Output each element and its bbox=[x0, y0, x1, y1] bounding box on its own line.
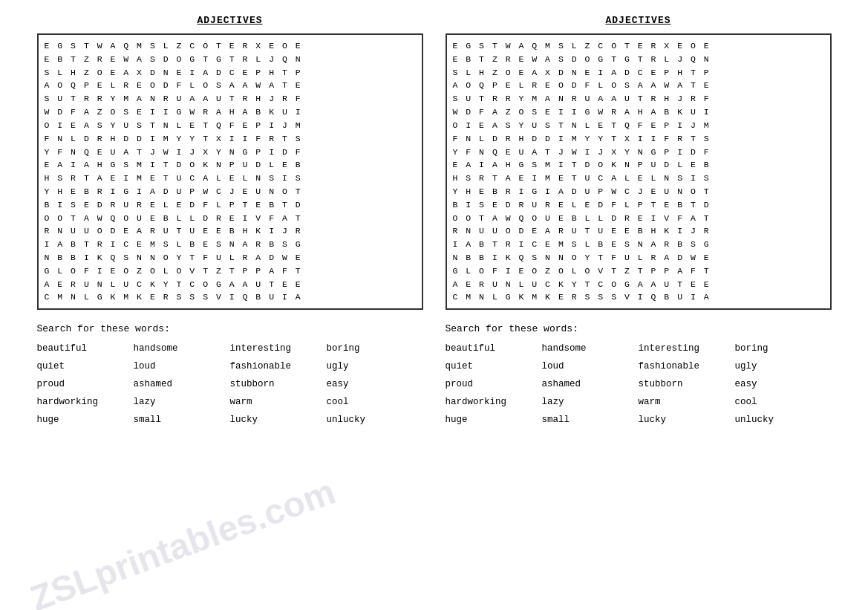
grid-row-1-8: Y F N Q E U A T J W I J X Y N G P I D F bbox=[453, 146, 824, 159]
grid-row-0-3: A O Q P E L R E O D F L O S A A W A T E bbox=[45, 79, 416, 92]
word-item-1-6: fashionable bbox=[639, 360, 735, 373]
grid-row-0-0: E G S T W A Q M S L Z C O T E R X E O E bbox=[45, 39, 416, 53]
word-item-0-19: unlucky bbox=[327, 413, 423, 426]
grid-row-0-11: Y H E B R I G I A D U P W C J E U N O T bbox=[45, 185, 416, 198]
word-list-0: beautifulhandsomeinterestingboringquietl… bbox=[37, 342, 423, 426]
word-item-1-4: quiet bbox=[446, 360, 542, 373]
grid-row-1-3: A O Q P E L R E O D F L O S A A W A T E bbox=[453, 79, 824, 92]
word-item-1-18: lucky bbox=[639, 413, 735, 426]
grid-row-0-4: S U T R R Y M A N R U A A U T R H J R F bbox=[45, 92, 416, 106]
grid-row-0-2: S L H Z O E A X D N E I A D C E P H T P bbox=[45, 66, 416, 80]
grid-row-1-15: I A B T R I C E M S L B E S N A R B S G bbox=[453, 238, 824, 251]
grid-row-0-12: B I S E D R U R E L E D F L P T E B T D bbox=[45, 198, 416, 212]
grid-row-1-10: H S R T A E I M E T U C A L E L N S I S bbox=[453, 172, 824, 185]
word-item-1-8: proud bbox=[446, 377, 542, 391]
word-item-0-17: small bbox=[134, 413, 230, 426]
grid-row-0-13: O O T A W Q O U E B L L D R E I V F A T bbox=[45, 212, 416, 225]
grid-row-0-16: N B B I K Q S N N O Y T F U L R A D W E bbox=[45, 251, 416, 265]
puzzle-title-0: ADJECTIVES bbox=[37, 15, 423, 26]
word-list-1: beautifulhandsomeinterestingboringquietl… bbox=[446, 342, 832, 426]
word-item-1-1: handsome bbox=[542, 342, 639, 355]
watermark: ZSLprintables.com bbox=[25, 471, 341, 610]
word-item-0-4: quiet bbox=[37, 360, 134, 373]
word-item-1-16: huge bbox=[446, 413, 542, 426]
word-item-0-8: proud bbox=[37, 377, 134, 391]
grid-row-1-11: Y H E B R I G I A D U P W C J E U N O T bbox=[453, 185, 824, 198]
grid-row-0-9: E A I A H G S M I T D O K N P U D L E B bbox=[45, 158, 416, 172]
grid-row-1-1: E B T Z R E W A S D O G T G T R L J Q N bbox=[453, 53, 824, 66]
grid-row-1-12: B I S E D R U R E L E D F L P T E B T D bbox=[453, 198, 824, 212]
grid-row-1-4: S U T R R Y M A N R U A A U T R H J R F bbox=[453, 92, 824, 106]
grid-row-0-19: C M N L G K M K E R S S S V I Q B U I A bbox=[45, 291, 416, 304]
word-item-1-10: stubborn bbox=[639, 377, 735, 391]
word-item-1-19: unlucky bbox=[735, 413, 832, 426]
word-item-0-13: lazy bbox=[134, 395, 230, 409]
grid-row-0-5: W D F A Z O S E I I G W R A H A B K U I bbox=[45, 106, 416, 119]
grid-row-1-6: O I E A S Y U S T N L E T Q F E P I J M bbox=[453, 119, 824, 132]
word-grid-1: E G S T W A Q M S L Z C O T E R X E O EE… bbox=[446, 33, 832, 310]
word-item-0-15: cool bbox=[327, 395, 423, 409]
word-item-0-16: huge bbox=[37, 413, 134, 426]
grid-row-0-1: E B T Z R E W A S D O G T G T R L J Q N bbox=[45, 53, 416, 66]
grid-row-1-5: W D F A Z O S E I I G W R A H A B K U I bbox=[453, 106, 824, 119]
word-item-1-7: ugly bbox=[735, 360, 832, 373]
search-label-0: Search for these words: bbox=[37, 323, 423, 334]
grid-row-1-16: N B B I K Q S N N O Y T F U L R A D W E bbox=[453, 251, 824, 265]
word-item-0-2: interesting bbox=[230, 342, 327, 355]
grid-row-1-0: E G S T W A Q M S L Z C O T E R X E O E bbox=[453, 39, 824, 53]
word-item-0-7: ugly bbox=[327, 360, 423, 373]
puzzle-title-1: ADJECTIVES bbox=[446, 15, 832, 26]
page-container: ADJECTIVESE G S T W A Q M S L Z C O T E … bbox=[15, 15, 853, 426]
word-item-1-3: boring bbox=[735, 342, 832, 355]
grid-row-0-18: A E R U N L U C K Y T C O G A A U T E E bbox=[45, 278, 416, 291]
word-item-1-13: lazy bbox=[542, 395, 639, 409]
word-item-0-3: boring bbox=[327, 342, 423, 355]
grid-row-0-15: I A B T R I C E M S L B E S N A R B S G bbox=[45, 238, 416, 251]
grid-row-1-13: O O T A W Q O U E B L L D R E I V F A T bbox=[453, 212, 824, 225]
word-item-0-1: handsome bbox=[134, 342, 230, 355]
word-item-0-11: easy bbox=[327, 377, 423, 391]
word-item-1-0: beautiful bbox=[446, 342, 542, 355]
grid-row-1-2: S L H Z O E A X D N E I A D C E P H T P bbox=[453, 66, 824, 80]
word-item-1-9: ashamed bbox=[542, 377, 639, 391]
word-item-0-14: warm bbox=[230, 395, 327, 409]
word-item-0-18: lucky bbox=[230, 413, 327, 426]
grid-row-0-10: H S R T A E I M E T U C A L E L N S I S bbox=[45, 172, 416, 185]
word-item-1-15: cool bbox=[735, 395, 832, 409]
grid-row-1-9: E A I A H G S M I T D O K N P U D L E B bbox=[453, 158, 824, 172]
word-item-1-17: small bbox=[542, 413, 639, 426]
grid-row-1-14: R N U U O D E A R U T U E E B H K I J R bbox=[453, 224, 824, 238]
search-label-1: Search for these words: bbox=[446, 323, 832, 334]
grid-row-0-6: O I E A S Y U S T N L E T Q F E P I J M bbox=[45, 119, 416, 132]
grid-row-1-17: G L O F I E O Z O L O V T Z T P P A F T bbox=[453, 265, 824, 278]
word-grid-0: E G S T W A Q M S L Z C O T E R X E O EE… bbox=[37, 33, 423, 310]
grid-row-1-19: C M N L G K M K E R S S S V I Q B U I A bbox=[453, 291, 824, 304]
word-item-1-11: easy bbox=[735, 377, 832, 391]
grid-row-1-18: A E R U N L U C K Y T C O G A A U T E E bbox=[453, 278, 824, 291]
word-item-1-5: loud bbox=[542, 360, 639, 373]
word-item-0-12: hardworking bbox=[37, 395, 134, 409]
grid-row-0-7: F N L D R H D D I M Y Y T X I I F R T S bbox=[45, 132, 416, 146]
puzzle-section-1: ADJECTIVESE G S T W A Q M S L Z C O T E … bbox=[446, 15, 832, 426]
word-item-1-12: hardworking bbox=[446, 395, 542, 409]
grid-row-1-7: F N L D R H D D I M Y Y T X I I F R T S bbox=[453, 132, 824, 146]
word-item-0-9: ashamed bbox=[134, 377, 230, 391]
grid-row-0-17: G L O F I E O Z O L O V T Z T P P A F T bbox=[45, 265, 416, 278]
word-item-1-14: warm bbox=[639, 395, 735, 409]
word-item-0-5: loud bbox=[134, 360, 230, 373]
word-item-0-10: stubborn bbox=[230, 377, 327, 391]
word-item-1-2: interesting bbox=[639, 342, 735, 355]
grid-row-0-14: R N U U O D E A R U T U E E B H K I J R bbox=[45, 224, 416, 238]
word-item-0-6: fashionable bbox=[230, 360, 327, 373]
puzzle-section-0: ADJECTIVESE G S T W A Q M S L Z C O T E … bbox=[37, 15, 423, 426]
grid-row-0-8: Y F N Q E U A T J W I J X Y N G P I D F bbox=[45, 146, 416, 159]
word-item-0-0: beautiful bbox=[37, 342, 134, 355]
